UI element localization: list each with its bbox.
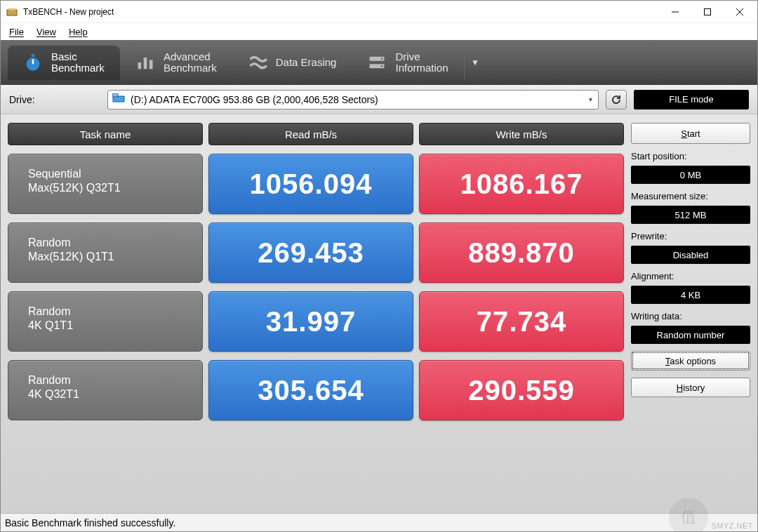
tab-label: Data Erasing [276, 56, 337, 68]
file-mode-button[interactable]: FILE mode [634, 90, 749, 109]
tab-label: Information [395, 62, 448, 74]
writing-data-value: Random number [631, 326, 750, 344]
history-button[interactable]: History [631, 378, 750, 397]
svg-point-14 [381, 58, 383, 60]
menu-help[interactable]: Help [69, 27, 88, 37]
tab-label: Advanced [164, 51, 211, 62]
window-titlebar: TxBENCH - New project [1, 1, 757, 23]
measurement-size-label: Measurement size: [631, 191, 750, 201]
drive-hdd-icon [112, 93, 125, 105]
header-write: Write mB/s [419, 123, 624, 145]
start-position-value: 0 MB [631, 166, 750, 184]
write-value: 889.870 [419, 222, 624, 283]
header-read: Read mB/s [208, 123, 413, 145]
svg-rect-1 [8, 8, 15, 11]
tab-label: Basic [51, 51, 77, 62]
start-button[interactable]: Start [631, 123, 750, 144]
read-value: 269.453 [208, 222, 413, 283]
svg-rect-11 [149, 60, 153, 69]
read-value: 305.654 [208, 360, 413, 420]
read-value: 1056.094 [208, 154, 413, 214]
task-name: RandomMax(512K) Q1T1 [8, 222, 203, 283]
svg-rect-3 [705, 8, 711, 15]
chevron-down-icon: ▾ [589, 95, 592, 103]
window-title: TxBENCH - New project [23, 7, 114, 17]
status-bar: Basic Benchmark finished successfully. 值… [1, 513, 757, 531]
maximize-button[interactable] [691, 1, 724, 22]
read-value: 31.997 [208, 291, 413, 352]
bars-icon [135, 53, 155, 72]
write-value: 77.734 [419, 291, 624, 352]
drive-icon [367, 53, 387, 72]
tab-label: Benchmark [51, 62, 105, 74]
svg-point-15 [381, 65, 383, 67]
alignment-label: Alignment: [631, 271, 750, 281]
write-value: 1086.167 [419, 154, 624, 214]
task-name: Random4K Q1T1 [8, 291, 203, 352]
tab-drive-information[interactable]: DriveInformation [352, 46, 463, 80]
results-table: Task name Read mB/s Write mB/s Sequentia… [8, 123, 624, 509]
app-icon [6, 6, 18, 18]
drive-label: Drive: [9, 94, 100, 105]
watermark-text: SMYZ.NET [711, 521, 753, 530]
result-row: RandomMax(512K) Q1T1 269.453 889.870 [8, 222, 624, 283]
drive-row: Drive: (D:) ADATA EC700G 953.86 GB (2,00… [1, 85, 757, 114]
tab-advanced-benchmark[interactable]: AdvancedBenchmark [120, 46, 232, 80]
result-row: SequentialMax(512K) Q32T1 1056.094 1086.… [8, 154, 624, 214]
tab-label: Drive [395, 51, 420, 62]
erase-icon [248, 53, 267, 72]
header-task: Task name [8, 123, 203, 145]
write-value: 290.559 [419, 360, 624, 420]
svg-rect-10 [144, 58, 147, 69]
side-panel: Start Start position: 0 MB Measurement s… [631, 123, 750, 509]
task-options-button[interactable]: Task options [631, 351, 750, 371]
tab-overflow-button[interactable]: ▼ [464, 46, 486, 79]
result-row: Random4K Q32T1 305.654 290.559 [8, 360, 624, 420]
main-area: Task name Read mB/s Write mB/s Sequentia… [1, 114, 757, 513]
svg-rect-0 [7, 10, 17, 15]
minimize-button[interactable] [659, 1, 691, 22]
status-text: Basic Benchmark finished successfully. [5, 517, 175, 528]
svg-rect-17 [112, 93, 118, 97]
close-button[interactable] [724, 1, 756, 22]
alignment-value: 4 KB [631, 286, 750, 304]
tab-data-erasing[interactable]: Data Erasing [232, 47, 352, 78]
svg-rect-7 [32, 54, 35, 57]
tab-basic-benchmark[interactable]: BasicBenchmark [8, 46, 120, 80]
prewrite-label: Prewrite: [631, 231, 750, 241]
result-row: Random4K Q1T1 31.997 77.734 [8, 291, 624, 352]
menu-file[interactable]: File [9, 27, 24, 37]
measurement-size-value: 512 MB [631, 206, 750, 224]
refresh-button[interactable] [606, 90, 627, 109]
drive-value: (D:) ADATA EC700G 953.86 GB (2,000,406,5… [131, 94, 378, 105]
svg-rect-9 [138, 62, 141, 69]
stopwatch-icon [23, 53, 43, 72]
start-position-label: Start position: [631, 151, 750, 161]
prewrite-value: Disabled [631, 246, 750, 264]
menu-view[interactable]: View [36, 27, 56, 37]
writing-data-label: Writing data: [631, 311, 750, 321]
drive-select[interactable]: (D:) ADATA EC700G 953.86 GB (2,000,406,5… [107, 90, 599, 109]
task-name: SequentialMax(512K) Q32T1 [8, 154, 203, 214]
tab-strip: BasicBenchmark AdvancedBenchmark Data Er… [1, 40, 757, 85]
tab-label: Benchmark [164, 62, 217, 74]
task-name: Random4K Q32T1 [8, 360, 203, 420]
menu-bar: File View Help [1, 23, 757, 40]
